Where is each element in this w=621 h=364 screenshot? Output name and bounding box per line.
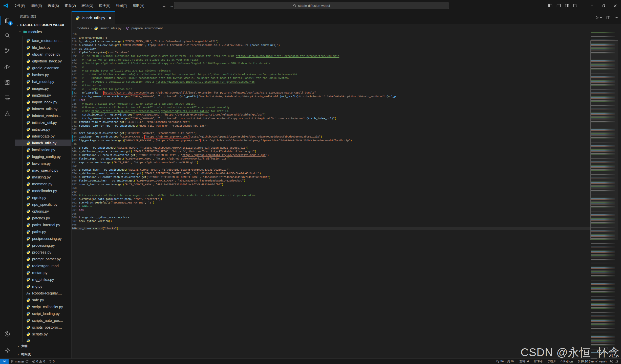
breadcrumb-symbol[interactable]: prepare_environment [131, 26, 163, 30]
code-line[interactable]: 342 [72, 128, 590, 131]
file-item[interactable]: infotext_version... [15, 112, 71, 119]
code-line[interactable]: 355e_diffusion_xl_commit_hash = os.envir… [72, 175, 590, 179]
code-line[interactable]: 359 [72, 190, 590, 194]
file-item[interactable]: lowvram.py [15, 160, 71, 167]
outline-section[interactable]: › 大纲 [15, 342, 71, 350]
inline-action-widget[interactable] [88, 36, 95, 40]
code-line[interactable]: 339 torch_command = os.environ.get('TORC… [72, 117, 590, 121]
code-line[interactable]: 356fusion_commit_hash = os.environ.get('… [72, 179, 590, 183]
file-item[interactable]: progress.py [15, 249, 71, 256]
code-line[interactable]: 332 url_prefix = "https://mirror.ghproxy… [72, 91, 590, 95]
file-item[interactable]: import_hook.py [15, 99, 71, 105]
toggle-sidebar-icon[interactable] [548, 4, 552, 8]
code-line[interactable]: 365 [72, 212, 590, 216]
minimap-slider[interactable] [590, 40, 618, 240]
code-line[interactable]: 322 # The "Nuullll/intel-extension-for-p… [72, 54, 590, 58]
file-item[interactable]: options.py [15, 208, 71, 215]
sidebar-item-testing[interactable] [0, 107, 15, 120]
file-item[interactable]: scripts_auto_pos... [15, 317, 71, 324]
timeline-section[interactable]: › 时间线 [15, 350, 71, 358]
code-line[interactable]: 335 # Using official IPEX release for li… [72, 102, 590, 106]
code-line[interactable]: 343mers_package = os.environ.get('XFORME… [72, 131, 590, 135]
code-line[interactable]: 338 torch_index_url = os.environ.get('TO… [72, 113, 590, 117]
file-item[interactable]: images.py [15, 85, 71, 92]
code-line[interactable]: 320gs.use_ipex: [72, 47, 590, 51]
file-item[interactable]: hat_model.py [15, 78, 71, 85]
code-line[interactable]: 357commit_hash = os.environ.get('BLIP_CO… [72, 183, 590, 187]
code-line[interactable]: 364ass [72, 208, 590, 212]
minimap[interactable] [590, 32, 618, 358]
restore-button[interactable] [598, 0, 609, 11]
file-item[interactable]: script_loading.py [15, 310, 71, 317]
code-line[interactable]: 353s_commit_hash = os.environ.get('ASSET… [72, 168, 590, 172]
run-python-file-button[interactable] [595, 16, 602, 20]
code-line[interactable]: 363t OSError: [72, 205, 590, 209]
code-line[interactable]: 352 [72, 164, 590, 168]
file-item[interactable]: npu_specific.py [15, 201, 71, 208]
code-line[interactable]: 341rements_file_for_npu = os.environ.get… [72, 124, 590, 128]
code-line[interactable]: 319h_command = os.environ.get('TORCH_COM… [72, 43, 590, 47]
file-item[interactable]: modelloader.py [15, 187, 71, 194]
file-item[interactable]: launch_utils.py [15, 140, 71, 146]
file-item[interactable]: interrogate.py [15, 133, 71, 140]
file-item[interactable]: face_restoration.... [15, 37, 71, 44]
code-editor[interactable]: 316317are_environment():318h_index_url =… [72, 32, 590, 358]
sidebar-item-source-control[interactable] [0, 45, 15, 57]
code-line[interactable]: 334lse: [72, 98, 590, 102]
folder-modules[interactable]: › modules [15, 28, 71, 35]
workspace-root[interactable]: › STABLE-DIFFUSION-WEBUI [15, 21, 71, 28]
command-center-search[interactable]: stable-diffusion-webui [174, 2, 449, 9]
file-item[interactable]: mac_specific.py [15, 167, 71, 174]
file-item[interactable]: processing.py [15, 242, 71, 249]
code-line[interactable]: 368 [72, 223, 590, 227]
code-line[interactable]: 317are_environment(): [72, 36, 590, 40]
nav-back-icon[interactable]: ← [162, 3, 166, 8]
remote-indicator[interactable]: >< [0, 359, 9, 364]
file-item[interactable]: gfpgan_model.py [15, 51, 71, 58]
file-item[interactable]: ngrok.py [15, 194, 71, 201]
file-item[interactable]: fifo_lock.py [15, 44, 71, 51]
file-item[interactable]: scripts.py [15, 331, 71, 337]
sidebar-item-extensions[interactable] [0, 77, 15, 89]
file-item[interactable]: img2img.py [15, 92, 71, 99]
file-item[interactable]: realesrgan_mod... [15, 262, 71, 269]
file-item[interactable]: safe.py [15, 297, 71, 303]
code-line[interactable]: 326 # Strengths (over official IPEX 2.0.… [72, 69, 590, 73]
file-item[interactable]: prompt_parser.py [15, 256, 71, 262]
code-line[interactable]: 360# the existence of this file is a sig… [72, 194, 590, 197]
file-item[interactable]: localization.py [15, 146, 71, 153]
problems-status[interactable]: 0 0 [30, 359, 47, 364]
cursor-position[interactable]: 行 345, 列 87 [495, 359, 516, 364]
code-line[interactable]: 362s.environ.setdefault('SD_WEBUI_RESTAR… [72, 201, 590, 205]
file-item[interactable]: scripts_postproc... [15, 324, 71, 331]
code-line[interactable]: 358 [72, 186, 590, 190]
file-item[interactable]: AaRoboto-Regular.... [15, 290, 71, 297]
file-item[interactable]: script_callbacks.py [15, 303, 71, 310]
file-item[interactable]: rng_philox.py [15, 276, 71, 283]
sidebar-item-run-debug[interactable] [0, 61, 15, 73]
code-line[interactable]: 344_package = os.environ.get('CLIP_PACKA… [72, 135, 590, 139]
account-button[interactable] [0, 328, 15, 340]
modified-dot-icon[interactable] [109, 17, 111, 19]
sidebar-item-search[interactable] [0, 30, 15, 42]
code-line[interactable]: 330 # Limitation: [72, 84, 590, 87]
file-item[interactable]: masking.py [15, 174, 71, 180]
shield-icon[interactable] [610, 360, 613, 363]
code-line[interactable]: 336 # However, users still have to insta… [72, 106, 590, 109]
sidebar-more-actions[interactable]: ··· [63, 14, 68, 19]
breadcrumb-modules[interactable]: modules [77, 26, 89, 30]
file-item[interactable]: gradio_extenson... [15, 64, 71, 71]
customize-layout-icon[interactable] [573, 4, 577, 8]
menu-item[interactable]: 终端(T) [113, 0, 130, 11]
file-item[interactable]: memmon.py [15, 180, 71, 187]
code-line[interactable]: 340rements_file = os.environ.get('REQS_F… [72, 120, 590, 124]
file-item[interactable]: gitpython_hack.py [15, 58, 71, 64]
nav-forward-icon[interactable]: → [170, 3, 174, 8]
file-item[interactable]: restart.py [15, 269, 71, 276]
menu-item[interactable]: 帮助(H) [130, 0, 147, 11]
settings-button[interactable] [0, 345, 15, 357]
split-editor-icon[interactable] [606, 16, 610, 20]
more-actions-icon[interactable] [614, 16, 618, 20]
menu-item[interactable]: 文件(F) [11, 0, 28, 11]
branch-status[interactable]: master [9, 359, 30, 364]
